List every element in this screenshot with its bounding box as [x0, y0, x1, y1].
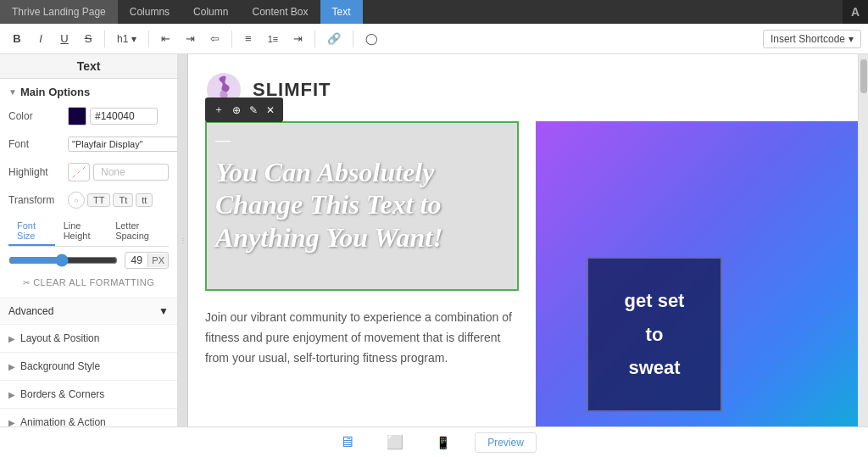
- font-input[interactable]: [68, 137, 178, 152]
- text-toolbar: B I U S h1 ▾ ⇤ ⇥ ⇦ ≡ 1≡ ⇥ 🔗 ◯ Insert Sho…: [0, 24, 868, 54]
- top-nav: Thrive Landing Page Columns Column Conte…: [0, 0, 868, 24]
- heading-text[interactable]: You Can Absolutely Change This Text to A…: [215, 156, 509, 254]
- highlight-option-row: Highlight None: [8, 161, 169, 183]
- color-input[interactable]: [90, 108, 158, 125]
- desktop-icon: 🖥: [339, 433, 354, 450]
- layout-position-section: ▶ Layout & Position: [0, 325, 177, 353]
- color-swatch[interactable]: [68, 107, 86, 125]
- te-edit-button[interactable]: ✎: [246, 101, 261, 119]
- letter-spacing-tab[interactable]: Letter Spacing: [107, 217, 169, 246]
- mobile-icon: 📱: [436, 436, 450, 449]
- transform-option-row: Transform ○ TT Tt tt: [8, 189, 169, 211]
- color-control: [68, 107, 169, 125]
- font-label: Font: [8, 138, 68, 150]
- transform-uppercase-button[interactable]: TT: [87, 193, 110, 207]
- highlight-diagonal-icon[interactable]: [68, 163, 90, 181]
- layout-position-arrow: ▶: [8, 334, 15, 343]
- font-size-slider[interactable]: [8, 254, 118, 267]
- text-element-selected[interactable]: You Can Absolutely Change This Text to A…: [205, 121, 519, 291]
- desktop-view-button[interactable]: 🖥: [331, 429, 362, 455]
- layout-position-header[interactable]: ▶ Layout & Position: [0, 325, 177, 352]
- font-size-value-box: 49 PX: [125, 252, 169, 269]
- get-set-line1: get set: [622, 284, 687, 318]
- get-set-line2: to: [622, 318, 687, 352]
- main-options-header: ▼ Main Options: [8, 86, 169, 98]
- canvas-area: SLIMFIT ＋ ⊕ ✎ ✕: [188, 54, 858, 426]
- font-control: ✏: [68, 137, 178, 152]
- nav-item-thrive[interactable]: Thrive Landing Page: [0, 0, 118, 24]
- advanced-chevron-icon: ▼: [159, 305, 169, 317]
- toolbar-separator-4: [314, 31, 315, 47]
- list-ol-button[interactable]: 1≡: [262, 31, 285, 47]
- text-element-container: ＋ ⊕ ✎ ✕ You Can Absolutely Change This T…: [205, 121, 519, 291]
- transform-lowercase-button[interactable]: tt: [136, 193, 153, 207]
- font-size-tab[interactable]: Font Size: [8, 217, 55, 246]
- borders-corners-header[interactable]: ▶ Borders & Corners: [0, 381, 177, 408]
- borders-corners-section: ▶ Borders & Corners: [0, 381, 177, 409]
- canvas-wrapper: ⋮ SLIMFIT: [178, 54, 868, 426]
- preview-button[interactable]: Preview: [475, 432, 537, 453]
- font-tabs: Font Size Line Height Letter Spacing: [8, 217, 169, 247]
- right-scrollbar[interactable]: [858, 54, 868, 426]
- tablet-view-button[interactable]: ⬜: [379, 429, 411, 455]
- link-button[interactable]: 🔗: [321, 29, 347, 48]
- highlight-label: Highlight: [8, 166, 68, 178]
- canvas-inner: SLIMFIT ＋ ⊕ ✎ ✕: [188, 54, 858, 426]
- align-right-button[interactable]: ⇦: [204, 29, 225, 48]
- scroll-thumb[interactable]: [860, 59, 867, 93]
- underline-button[interactable]: U: [54, 29, 75, 48]
- media-button[interactable]: ◯: [359, 29, 384, 48]
- tablet-icon: ⬜: [387, 435, 403, 449]
- font-size-unit: PX: [147, 254, 168, 267]
- te-close-button[interactable]: ✕: [263, 101, 278, 119]
- background-style-arrow: ▶: [8, 362, 15, 371]
- align-center-button[interactable]: ⇥: [180, 29, 201, 48]
- te-move-button[interactable]: ⊕: [229, 101, 244, 119]
- transform-control: ○ TT Tt tt: [68, 192, 169, 209]
- heading-dropdown[interactable]: h1 ▾: [111, 30, 142, 48]
- advanced-section: Advanced ▼: [0, 298, 177, 325]
- clear-formatting-button[interactable]: ✂ CLEAR ALL FORMATTING: [8, 274, 169, 291]
- text-element-toolbar: ＋ ⊕ ✎ ✕: [205, 98, 283, 122]
- list-ul-button[interactable]: ≡: [238, 29, 259, 48]
- nav-item-text[interactable]: Text: [320, 0, 363, 24]
- animation-action-label: Animation & Action: [20, 416, 106, 426]
- main-options-section: ▼ Main Options Color Font ✏: [0, 79, 177, 298]
- advanced-label: Advanced: [8, 305, 53, 317]
- sidebar-resize-handle[interactable]: ⋮: [178, 54, 188, 426]
- toolbar-separator-1: [104, 31, 105, 47]
- clear-formatting-icon: ✂: [23, 278, 31, 287]
- animation-action-header[interactable]: ▶ Animation & Action: [0, 409, 177, 426]
- right-panel: get set to sweat: [536, 121, 858, 426]
- italic-button[interactable]: I: [31, 29, 51, 48]
- highlight-box[interactable]: None: [93, 164, 169, 181]
- body-text: Join our vibrant community to experience…: [188, 291, 536, 385]
- sidebar-title: Text: [0, 54, 177, 79]
- borders-corners-arrow: ▶: [8, 390, 15, 399]
- te-add-button[interactable]: ＋: [210, 101, 227, 119]
- transform-capitalize-button[interactable]: Tt: [113, 193, 133, 207]
- advanced-header[interactable]: Advanced ▼: [0, 298, 177, 324]
- font-option-row: Font ✏: [8, 133, 169, 155]
- font-size-slider-row: 49 PX: [8, 252, 169, 269]
- color-label: Color: [8, 110, 68, 122]
- transform-label: Transform: [8, 194, 68, 206]
- nav-right-icon: A: [843, 0, 868, 24]
- font-size-value: 49: [125, 253, 147, 268]
- line-height-tab[interactable]: Line Height: [55, 217, 107, 246]
- nav-item-column[interactable]: Column: [181, 0, 240, 24]
- animation-action-section: ▶ Animation & Action: [0, 409, 177, 426]
- indent-button[interactable]: ⇥: [287, 29, 309, 48]
- strikethrough-button[interactable]: S: [78, 29, 98, 48]
- mobile-view-button[interactable]: 📱: [428, 429, 458, 455]
- insert-shortcode-label: Insert Shortcode: [771, 33, 845, 45]
- align-left-button[interactable]: ⇤: [155, 29, 176, 48]
- transform-none-button[interactable]: ○: [68, 192, 85, 209]
- bold-button[interactable]: B: [7, 29, 27, 48]
- nav-item-columns[interactable]: Columns: [118, 0, 181, 24]
- toolbar-separator-2: [148, 31, 149, 47]
- background-style-header[interactable]: ▶ Background Style: [0, 353, 177, 380]
- insert-shortcode-button[interactable]: Insert Shortcode ▾: [763, 30, 861, 48]
- background-style-section: ▶ Background Style: [0, 353, 177, 381]
- nav-item-content-box[interactable]: Content Box: [240, 0, 320, 24]
